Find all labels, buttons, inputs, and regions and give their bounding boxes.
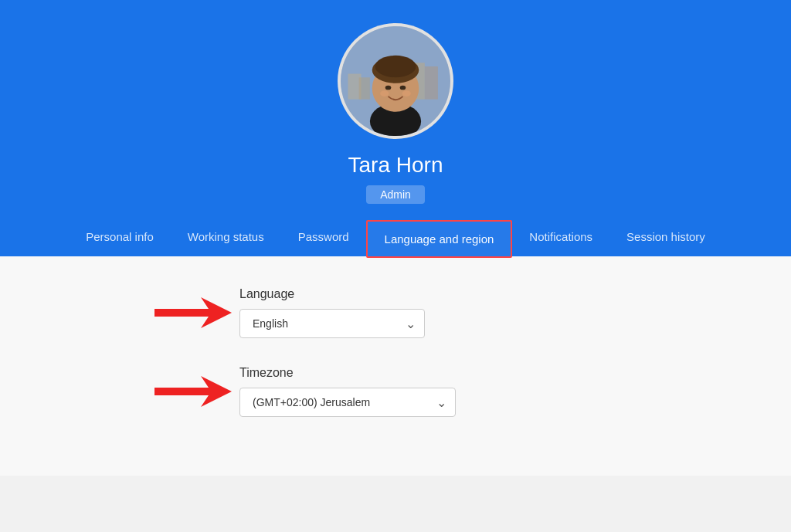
content-section: Language English French German Spanish ⌄ (0, 256, 791, 476)
language-field-group: Language English French German Spanish ⌄ (154, 287, 791, 338)
user-name: Tara Horn (348, 153, 443, 178)
timezone-select[interactable]: (GMT+02:00) Jerusalem (GMT+00:00) UTC (G… (239, 388, 456, 417)
tab-notifications[interactable]: Notifications (512, 219, 609, 256)
arrow-annotation-language (154, 293, 232, 332)
tab-password[interactable]: Password (281, 219, 366, 256)
svg-point-9 (375, 56, 416, 77)
timezone-row: Timezone (GMT+02:00) Jerusalem (GMT+00:0… (154, 366, 791, 417)
svg-point-11 (400, 86, 406, 90)
role-badge: Admin (366, 185, 425, 204)
svg-marker-14 (154, 297, 232, 328)
svg-rect-3 (425, 66, 438, 100)
svg-rect-5 (359, 77, 370, 99)
timezone-label: Timezone (239, 366, 456, 380)
tab-session-history[interactable]: Session history (609, 219, 722, 256)
svg-point-12 (380, 90, 389, 97)
svg-point-10 (385, 86, 392, 90)
language-select-container: English French German Spanish ⌄ (239, 309, 425, 338)
avatar (338, 23, 453, 139)
language-select[interactable]: English French German Spanish (239, 309, 425, 338)
arrow-annotation-timezone (154, 372, 232, 411)
timezone-select-container: (GMT+02:00) Jerusalem (GMT+00:00) UTC (G… (239, 388, 456, 417)
tab-working-status[interactable]: Working status (171, 219, 281, 256)
header-section: Tara Horn Admin Personal info Working st… (0, 0, 791, 256)
svg-point-13 (402, 90, 411, 97)
tab-personal-info[interactable]: Personal info (69, 219, 171, 256)
svg-marker-15 (154, 376, 232, 407)
language-row: Language English French German Spanish ⌄ (154, 287, 791, 338)
tab-language-and-region[interactable]: Language and region (366, 220, 513, 258)
timezone-field-group: Timezone (GMT+02:00) Jerusalem (GMT+00:0… (154, 366, 791, 417)
nav-tabs: Personal info Working status Password La… (0, 219, 791, 256)
language-label: Language (239, 287, 425, 301)
